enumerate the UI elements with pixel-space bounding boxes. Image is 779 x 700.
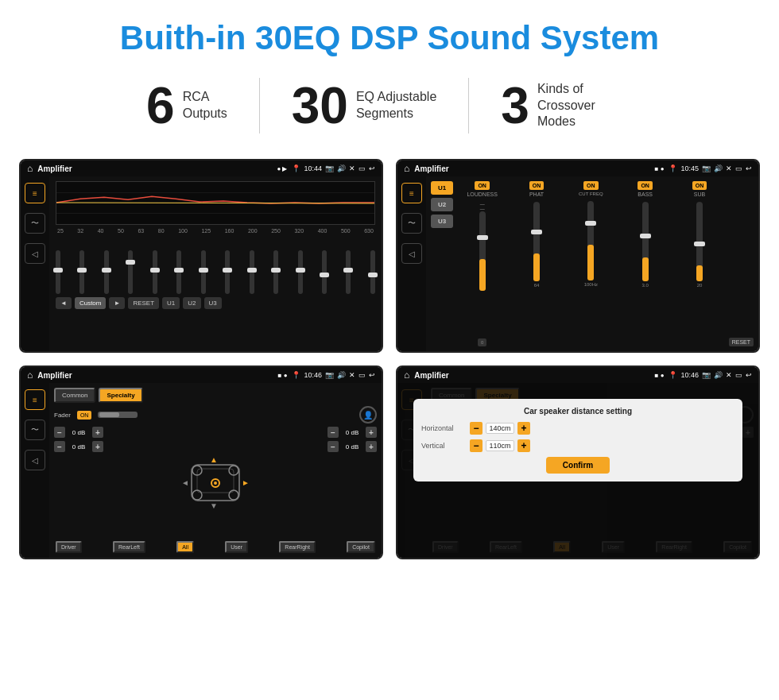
ch-name-bass: BASS: [638, 191, 653, 197]
home-icon-3: ⌂: [27, 369, 33, 381]
screen-fader: ⌂ Amplifier ■ ● 📍 10:46 📷 🔊 ✕ ▭ ↩ ≡ 〜 ◁: [19, 365, 383, 559]
eq-graph: [56, 181, 375, 225]
status-bar-1: ⌂ Amplifier ● ▶ 📍 10:44 📷 🔊 ✕ ▭ ↩: [21, 160, 382, 176]
vertical-stepper[interactable]: − 110cm +: [470, 439, 530, 452]
vol-plus-4[interactable]: +: [366, 441, 377, 452]
vol-minus-2[interactable]: −: [54, 441, 65, 452]
camera-icon-2: 📷: [702, 164, 711, 172]
eq-u2-btn[interactable]: U2: [183, 297, 200, 309]
side-btn-wave-3[interactable]: 〜: [25, 420, 45, 440]
location-icon-3: 📍: [292, 371, 300, 379]
preset-u3[interactable]: U3: [431, 215, 453, 228]
horizontal-minus-btn[interactable]: −: [470, 422, 483, 435]
channel-phat: ON PHAT 64: [510, 181, 562, 346]
vol-plus-2[interactable]: +: [92, 441, 103, 452]
stat-eq-text: EQ AdjustableSegments: [356, 89, 436, 122]
eq-custom-btn[interactable]: Custom: [75, 297, 107, 309]
location-icon: 📍: [292, 164, 300, 172]
vol-minus-3[interactable]: −: [327, 427, 339, 438]
vol-minus-4[interactable]: −: [327, 441, 339, 452]
ch-name-loudness: LOUDNESS: [467, 191, 498, 197]
ch-on-phat[interactable]: ON: [529, 181, 545, 190]
stats-row: 6 RCAOutputs 30 EQ AdjustableSegments 3 …: [0, 70, 779, 153]
side-btn-wave-2[interactable]: 〜: [401, 213, 422, 234]
status-icons-2: 📍 10:45 📷 🔊 ✕ ▭ ↩: [669, 164, 752, 172]
side-btn-speaker[interactable]: ◁: [25, 243, 45, 264]
volume-icon-4: 🔊: [714, 371, 723, 379]
side-btn-eq[interactable]: ≡: [25, 183, 45, 203]
side-btn-eq-3[interactable]: ≡: [25, 389, 45, 410]
back-icon-3: ↩: [369, 371, 375, 379]
loc-rearright[interactable]: RearRight: [279, 541, 316, 553]
svg-text:◄: ◄: [181, 478, 189, 487]
close-icon-4: ✕: [726, 371, 732, 379]
loc-user[interactable]: User: [225, 541, 248, 553]
ch-name-cutfreq: CUT FREQ: [579, 191, 603, 196]
back-icon: ↩: [369, 164, 375, 172]
stat-rca-number: 6: [146, 80, 175, 131]
channel-sub: ON SUB 20: [673, 181, 725, 346]
vertical-plus-btn[interactable]: +: [517, 439, 530, 452]
fader-toggle[interactable]: ON: [77, 411, 92, 420]
side-btn-eq-2[interactable]: ≡: [401, 183, 422, 203]
loc-all[interactable]: All: [176, 541, 194, 553]
vol-minus-1[interactable]: −: [54, 427, 65, 438]
ch-on-sub[interactable]: ON: [692, 181, 707, 190]
eq-reset-btn[interactable]: RESET: [128, 297, 159, 309]
vertical-minus-btn[interactable]: −: [470, 439, 483, 452]
stat-rca-text: RCAOutputs: [183, 89, 227, 122]
record-dots-3: ■ ●: [278, 372, 288, 379]
svg-rect-5: [197, 469, 234, 493]
side-btn-wave[interactable]: 〜: [25, 213, 45, 234]
stat-eq: 30 EQ AdjustableSegments: [260, 80, 469, 131]
dialog-row-horizontal: Horizontal − 140cm +: [421, 422, 734, 435]
horizontal-plus-btn[interactable]: +: [517, 422, 530, 435]
stat-crossover-number: 3: [501, 80, 529, 131]
confirm-button[interactable]: Confirm: [546, 457, 610, 474]
eq-bottom-bar[interactable]: ◄ Custom ► RESET U1 U2 U3: [56, 297, 375, 309]
camera-icon-4: 📷: [702, 371, 711, 379]
volume-icon-2: 🔊: [714, 164, 723, 172]
side-btn-speaker-2[interactable]: ◁: [401, 243, 422, 264]
crossover-reset-btn[interactable]: RESET: [729, 338, 754, 346]
dialog-title: Car speaker distance setting: [421, 407, 734, 416]
ch-name-phat: PHAT: [529, 191, 544, 197]
vol-plus-1[interactable]: +: [92, 427, 103, 438]
side-btn-speaker-3[interactable]: ◁: [25, 450, 45, 470]
camera-icon-3: 📷: [325, 371, 334, 379]
horizontal-stepper[interactable]: − 140cm +: [470, 422, 530, 435]
ch-on-loudness[interactable]: ON: [475, 181, 490, 190]
eq-slider-col: [56, 250, 60, 294]
home-icon-2: ⌂: [404, 163, 409, 174]
vertical-label: Vertical: [421, 442, 465, 450]
preset-u1[interactable]: U1: [431, 181, 453, 195]
ch-on-cutfreq[interactable]: ON: [583, 181, 599, 190]
stat-rca: 6 RCAOutputs: [114, 80, 259, 131]
loc-copilot[interactable]: Copilot: [347, 541, 375, 553]
close-icon-1: ✕: [349, 164, 355, 172]
eq-play-btn[interactable]: ►: [109, 297, 125, 309]
location-icon-2: 📍: [669, 164, 677, 172]
status-bar-2: ⌂ Amplifier ■ ● 📍 10:45 📷 🔊 ✕ ▭ ↩: [397, 160, 758, 176]
battery-icon: ▭: [358, 164, 366, 172]
stat-crossover: 3 Kinds ofCrossover Modes: [469, 80, 665, 131]
record-dots-2: ■ ●: [655, 165, 665, 172]
vol-plus-3[interactable]: +: [366, 427, 377, 438]
channel-cutfreq: ON CUT FREQ 100Hz: [565, 181, 617, 346]
loc-driver[interactable]: Driver: [56, 541, 82, 553]
eq-u3-btn[interactable]: U3: [204, 297, 222, 309]
volume-icon-3: 🔊: [337, 371, 346, 379]
loc-rearleft[interactable]: RearLeft: [113, 541, 145, 553]
vol-controls-right: − 0 dB + − 0 dB +: [327, 427, 377, 538]
tab-common-3[interactable]: Common: [54, 388, 95, 403]
distance-dialog: Car speaker distance setting Horizontal …: [413, 399, 742, 481]
side-controls-2: ≡ 〜 ◁: [397, 176, 426, 351]
preset-u2[interactable]: U2: [431, 198, 453, 211]
eq-u1-btn[interactable]: U1: [162, 297, 180, 309]
tab-specialty-3[interactable]: Specialty: [99, 388, 142, 403]
ch-on-bass[interactable]: ON: [638, 181, 653, 190]
fader-body: − 0 dB + − 0 dB +: [54, 427, 377, 538]
eq-prev-btn[interactable]: ◄: [56, 297, 72, 309]
close-icon-2: ✕: [726, 164, 732, 172]
svg-point-7: [214, 481, 217, 485]
